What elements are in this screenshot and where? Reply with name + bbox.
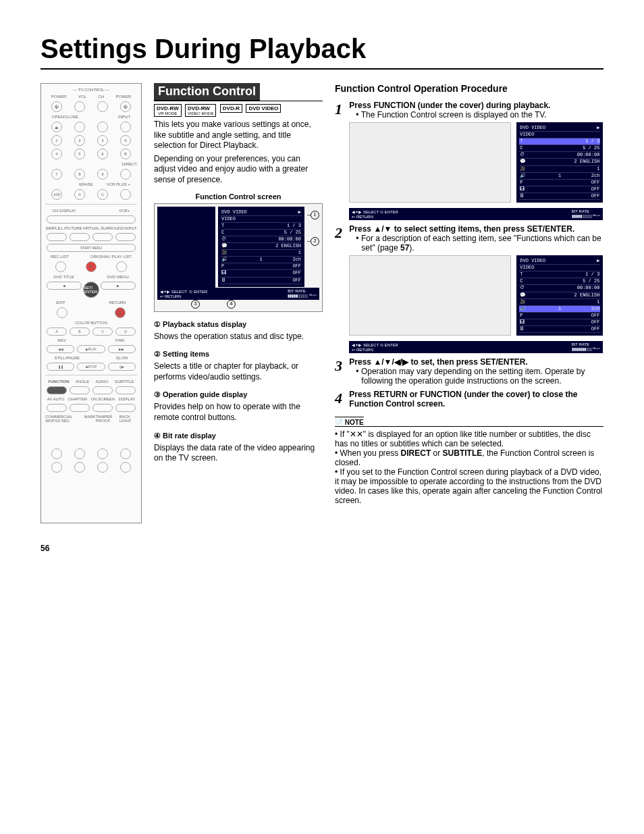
audio-button[interactable] xyxy=(92,386,113,394)
num-8[interactable]: 8 xyxy=(74,169,85,180)
num-1[interactable]: 1 xyxy=(51,135,62,146)
step-3: 3 Press ▲/▼/◀/▶ to set, then press SET/E… xyxy=(335,357,603,386)
simple-button[interactable] xyxy=(47,233,67,241)
rec-button[interactable]: R xyxy=(86,261,97,272)
label-color: COLOR BUTTON xyxy=(45,321,137,325)
note-1: • If "✕✕" is displayed for an option lik… xyxy=(335,429,603,448)
volup-button[interactable] xyxy=(74,122,85,132)
step-1: 1 Press FUNCTION (under the cover) durin… xyxy=(335,101,603,220)
label-chapter: CHAPTER xyxy=(68,397,87,401)
spare-1[interactable] xyxy=(51,448,62,459)
b-button[interactable]: B xyxy=(120,149,131,159)
label-backlight: BACK LIGHT xyxy=(119,415,137,423)
power-button[interactable]: ⏻ xyxy=(51,101,62,112)
label-chdisplay: CH DISPLAY xyxy=(53,209,76,213)
chapter-button[interactable] xyxy=(70,404,90,412)
note-3: • If you set to the Function Control scr… xyxy=(335,467,603,505)
label-lpicture: L.PICTURE xyxy=(61,226,82,230)
spare-2[interactable] xyxy=(74,448,85,459)
exit-button[interactable] xyxy=(57,307,68,318)
openclose-button[interactable]: ⏏ xyxy=(51,122,62,132)
c-button[interactable]: C xyxy=(97,189,108,200)
a-button[interactable]: A xyxy=(120,135,131,146)
label-power: POWER xyxy=(51,95,67,99)
label-input: INPUT xyxy=(118,115,130,119)
ch-button[interactable] xyxy=(97,101,108,112)
left-button[interactable]: ◀ xyxy=(47,282,82,290)
vol-button[interactable] xyxy=(74,101,85,112)
label-dvdtitle: DVD TITLE xyxy=(53,275,74,279)
label-display: DISPLAY xyxy=(118,397,135,401)
num-4[interactable]: 4 xyxy=(51,149,62,159)
vsurround-button[interactable] xyxy=(92,233,113,241)
label-avauto: AV AUTO xyxy=(47,397,64,401)
set-enter-button[interactable]: SET/ ENTER xyxy=(83,282,99,298)
return-button[interactable]: ↩ xyxy=(115,307,126,318)
input-button[interactable] xyxy=(120,122,131,132)
angle-button[interactable] xyxy=(70,386,90,394)
subtitle-button[interactable] xyxy=(115,386,136,394)
num-5[interactable]: 5 xyxy=(74,149,85,159)
onscreen-button[interactable] xyxy=(92,404,113,412)
chdisplay-button[interactable] xyxy=(47,215,136,224)
item1-body: Shows the operation status and disc type… xyxy=(154,332,323,342)
label-function: FUNCTION xyxy=(49,380,70,384)
note-2: • When you press DIRECT or SUBTITLE, the… xyxy=(335,448,603,467)
num-100[interactable]: 100 xyxy=(51,189,62,200)
color-a[interactable]: A xyxy=(47,328,67,336)
spare-3[interactable] xyxy=(97,448,108,459)
spare-7[interactable] xyxy=(97,462,108,473)
origpl-button[interactable] xyxy=(116,261,127,272)
vcrplus-button[interactable] xyxy=(120,189,131,200)
startmenu-button[interactable]: START MENU xyxy=(47,244,136,252)
num-6[interactable]: 6 xyxy=(97,149,108,159)
display-button[interactable] xyxy=(115,404,136,412)
label-openclose: OPEN/CLOSE xyxy=(52,115,78,119)
label-reclist: REC LIST xyxy=(51,255,69,259)
page-title: Settings During Playback xyxy=(41,34,603,70)
color-d[interactable]: D xyxy=(115,328,136,336)
label-dvdmenu: DVD MENU xyxy=(107,275,129,279)
num-0[interactable]: 0 xyxy=(74,189,85,200)
pause-button[interactable]: ❚❚ xyxy=(47,363,74,371)
item3-head: ③ Operation guide display xyxy=(154,390,323,399)
disc-badges: DVD-RWVR MODE DVD-RWVIDEO MODE DVD-R DVD… xyxy=(154,104,323,117)
direct-button[interactable] xyxy=(120,169,131,180)
spare-5[interactable] xyxy=(51,462,62,473)
rev-button[interactable]: ◀◀ xyxy=(47,345,74,353)
section-title: Function Control xyxy=(154,83,260,101)
label-mark: MARK xyxy=(84,415,95,423)
label-power2: POWER xyxy=(116,95,132,99)
fwd-button[interactable]: ▶▶ xyxy=(108,345,136,353)
color-b[interactable]: B xyxy=(70,328,90,336)
num-9[interactable]: 9 xyxy=(97,169,108,180)
spare-8[interactable] xyxy=(120,462,131,473)
note-label: NOTE xyxy=(335,417,364,426)
label-direct: DIRECT xyxy=(45,162,137,166)
num-7[interactable]: 7 xyxy=(51,169,62,180)
label-ch: CH xyxy=(98,95,104,99)
function-button[interactable] xyxy=(47,386,67,394)
stop-button[interactable]: ■STOP xyxy=(77,363,105,371)
right-button[interactable]: ▶ xyxy=(101,282,136,290)
intro-text-2: Depending on your preferences, you can a… xyxy=(154,154,323,186)
num-3[interactable]: 3 xyxy=(97,135,108,146)
item2-body: Selects a title or chapter for playback,… xyxy=(154,361,323,382)
page-number: 56 xyxy=(41,544,603,553)
slow-button[interactable]: ❙▶ xyxy=(108,363,136,371)
spare-4[interactable] xyxy=(120,448,131,459)
label-onscreen: ON SCREEN xyxy=(90,397,115,401)
spare-6[interactable] xyxy=(74,462,85,473)
lpicture-button[interactable] xyxy=(70,233,90,241)
avauto-button[interactable] xyxy=(47,404,67,412)
label-audio: AUDIO xyxy=(95,380,108,384)
play-button[interactable]: ▶PLAY xyxy=(77,345,105,353)
label-original: ORIGINAL/ PLAY LIST xyxy=(90,255,132,259)
power2-button[interactable]: ⏻ xyxy=(120,101,131,112)
label-erase: ERASE xyxy=(79,182,92,186)
reclist-button[interactable] xyxy=(55,261,66,272)
input2-button[interactable] xyxy=(115,233,136,241)
color-c[interactable]: C xyxy=(92,328,113,336)
num-2[interactable]: 2 xyxy=(74,135,85,146)
chup-button[interactable] xyxy=(97,122,108,132)
